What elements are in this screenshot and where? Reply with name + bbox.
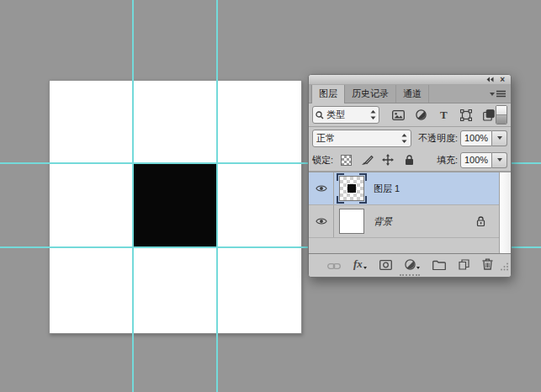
layer-row-background[interactable]: 背景 <box>309 205 499 238</box>
layer-list-empty-area[interactable] <box>309 238 499 253</box>
visibility-toggle[interactable] <box>309 172 334 204</box>
layer-list: 图层 1 背景 <box>309 172 511 253</box>
collapse-panel-icon[interactable] <box>486 77 494 82</box>
painted-black-square <box>133 163 217 247</box>
chevron-down-icon <box>363 267 367 269</box>
blend-mode-value: 正常 <box>316 132 335 145</box>
lock-image-pixels-icon[interactable] <box>360 153 374 167</box>
blend-mode-select[interactable]: 正常 <box>312 130 411 147</box>
opacity-combo[interactable]: 100% <box>460 130 507 146</box>
chevron-down-icon <box>497 158 502 162</box>
fill-combo[interactable]: 100% <box>460 152 507 168</box>
chevron-down-icon <box>497 136 502 140</box>
opacity-value[interactable]: 100% <box>460 130 492 146</box>
opacity-label: 不透明度: <box>418 132 458 145</box>
vertical-guide-1[interactable] <box>132 0 134 392</box>
eye-icon <box>316 217 327 225</box>
blend-mode-row: 正常 不透明度: 100% <box>309 127 511 149</box>
lock-icons <box>339 153 416 167</box>
panel-menu-icon[interactable] <box>490 85 511 103</box>
lock-row: 锁定: 填充: 100% <box>309 149 511 172</box>
layer-thumbnail[interactable] <box>337 206 367 236</box>
layer-name[interactable]: 图层 1 <box>374 183 400 195</box>
panel-tabbar: 图层 历史记录 通道 <box>309 85 511 103</box>
add-layer-mask-icon[interactable] <box>379 257 392 270</box>
filter-adjustment-layers-icon[interactable] <box>414 109 427 122</box>
menu-lines-icon <box>496 90 506 98</box>
filter-type-icons: T <box>391 109 496 122</box>
photoshop-workspace: × 图层 历史记录 通道 类型 <box>0 0 541 392</box>
chevron-down-icon <box>416 267 420 269</box>
layer-style-fx-icon[interactable]: fx <box>353 257 367 270</box>
layers-panel: × 图层 历史记录 通道 类型 <box>308 74 512 278</box>
lock-transparent-pixels-icon[interactable] <box>339 153 353 167</box>
layer-list-scrollbar[interactable] <box>499 172 511 253</box>
search-icon <box>316 111 324 119</box>
panel-height-drag-handle[interactable] <box>400 274 420 276</box>
lock-label: 锁定: <box>312 154 333 167</box>
filter-kind-select[interactable]: 类型 <box>312 106 379 124</box>
filter-switch-on-half <box>496 106 507 115</box>
fill-value[interactable]: 100% <box>460 152 492 168</box>
filter-shape-layers-icon[interactable] <box>459 109 473 122</box>
layer-row-layer1[interactable]: 图层 1 <box>309 172 499 205</box>
fill-label: 填充: <box>437 154 458 167</box>
panel-titlebar[interactable]: × <box>309 75 511 85</box>
close-panel-icon[interactable]: × <box>500 75 505 83</box>
panel-bottom-toolbar: fx <box>309 253 511 273</box>
filter-kind-label: 类型 <box>326 109 345 121</box>
spinner-icon <box>370 110 376 119</box>
lock-all-icon[interactable] <box>402 153 416 167</box>
filter-switch-off-half <box>496 115 507 124</box>
spinner-icon <box>401 134 407 143</box>
filter-toggle-switch[interactable] <box>496 105 507 124</box>
lock-position-icon[interactable] <box>381 153 395 167</box>
panel-footer <box>309 273 511 277</box>
eye-icon <box>316 184 327 193</box>
fill-dropdown-button[interactable] <box>492 152 507 168</box>
new-adjustment-layer-icon[interactable] <box>405 257 420 270</box>
new-layer-icon[interactable] <box>459 257 469 270</box>
layer-name[interactable]: 背景 <box>374 215 392 228</box>
visibility-toggle[interactable] <box>309 205 334 237</box>
panel-resize-grip[interactable] <box>500 262 509 272</box>
link-layers-icon[interactable] <box>327 257 341 270</box>
new-group-folder-icon[interactable] <box>432 257 446 270</box>
vertical-guide-2[interactable] <box>216 0 218 392</box>
filter-type-layers-icon[interactable]: T <box>437 109 450 122</box>
delete-layer-trash-icon[interactable] <box>482 257 493 270</box>
thumbnail-black-square <box>347 184 356 193</box>
filter-pixel-layers-icon[interactable] <box>391 109 405 122</box>
layer-thumbnail[interactable] <box>337 173 367 204</box>
opacity-dropdown-button[interactable] <box>492 130 507 146</box>
layer-filter-row: 类型 T <box>309 103 511 127</box>
tab-history[interactable]: 历史记录 <box>345 85 396 103</box>
filter-smart-objects-icon[interactable] <box>482 109 496 122</box>
tab-channels[interactable]: 通道 <box>396 85 429 103</box>
tab-layers[interactable]: 图层 <box>311 85 345 103</box>
background-lock-icon <box>476 216 485 227</box>
menu-triangle-icon <box>490 93 495 96</box>
